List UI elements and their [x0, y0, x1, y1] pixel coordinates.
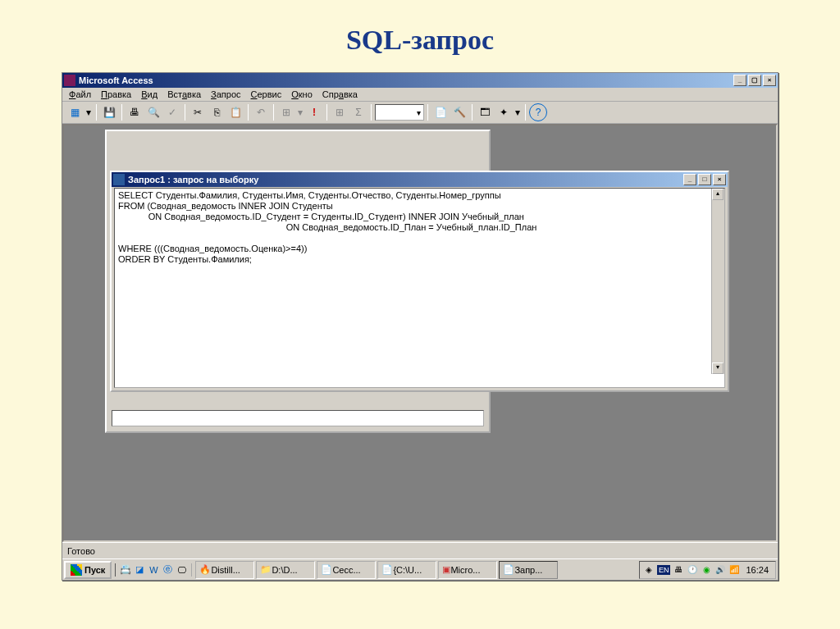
task-buttons: 🔥Distill... 📁D:\D... 📄Сесс... 📄{C:\U... …	[195, 561, 639, 579]
scroll-down-icon[interactable]: ▾	[712, 362, 724, 374]
system-tray: ◈ EN 🖶 🕐 ◉ 🔊 📶 16:24	[639, 561, 776, 579]
copy-button[interactable]: ⎘	[208, 103, 226, 121]
newobj-button[interactable]: ✦	[495, 103, 513, 121]
tray-icon-5[interactable]: 🔊	[714, 564, 726, 576]
ql-icon-1[interactable]: 📇	[119, 563, 132, 577]
task-dd[interactable]: 📁D:\D...	[256, 561, 315, 579]
menu-bar: Файл Правка Вид Вставка Запрос Сервис Ок…	[62, 88, 778, 102]
toolbar: ▦ ▾ 💾 🖶 🔍 ✓ ✂ ⎘ 📋 ↶ ⊞ ▾ ! ⊞ Σ ▾ 📄 🔨 🗔 ✦ …	[62, 102, 778, 124]
undo-button[interactable]: ↶	[252, 103, 270, 121]
restore-button[interactable]: ▢	[748, 75, 761, 86]
menu-insert[interactable]: Вставка	[167, 89, 201, 99]
status-bar: Готово	[62, 542, 778, 558]
menu-file[interactable]: Файл	[69, 89, 91, 99]
totals-button[interactable]: Σ	[349, 103, 368, 121]
menu-query[interactable]: Запрос	[211, 89, 240, 99]
access-window: Microsoft Access _ ▢ × Файл Правка Вид В…	[62, 72, 778, 581]
menu-window[interactable]: Окно	[291, 89, 313, 99]
print-button[interactable]: 🖶	[126, 103, 144, 121]
query-icon	[113, 174, 125, 185]
task-cu[interactable]: 📄{C:\U...	[377, 561, 436, 579]
sql-maximize-button[interactable]: □	[698, 174, 711, 185]
run-button[interactable]: !	[305, 103, 323, 121]
tray-icon-1[interactable]: ◈	[643, 564, 655, 576]
slide-title: SQL-запрос	[0, 0, 840, 72]
app-title-bar[interactable]: Microsoft Access _ ▢ ×	[62, 73, 778, 88]
background-panel	[112, 410, 484, 426]
dbwindow-button[interactable]: 🗔	[476, 103, 494, 121]
sql-minimize-button[interactable]: _	[683, 174, 696, 185]
menu-view[interactable]: Вид	[141, 89, 158, 99]
topvalues-combo[interactable]: ▾	[375, 104, 424, 121]
showtable-button[interactable]: ⊞	[331, 103, 349, 121]
vertical-scrollbar[interactable]: ▴ ▾	[711, 189, 724, 374]
sql-window-title-bar[interactable]: Запрос1 : запрос на выборку _ □ ×	[112, 172, 728, 187]
start-button[interactable]: Пуск	[64, 561, 112, 579]
properties-button[interactable]: 📄	[431, 103, 450, 121]
ql-icon-desktop[interactable]: 🖵	[175, 563, 188, 577]
querytype-dd[interactable]: ▾	[296, 103, 304, 121]
tray-icon-6[interactable]: 📶	[728, 564, 740, 576]
menu-tools[interactable]: Сервис	[251, 89, 282, 99]
menu-help[interactable]: Справка	[322, 89, 358, 99]
tray-icon-4[interactable]: ◉	[701, 564, 712, 576]
save-button[interactable]: 💾	[100, 103, 118, 121]
cut-button[interactable]: ✂	[189, 103, 207, 121]
dropdown-view[interactable]: ▾	[84, 103, 93, 121]
windows-logo-icon	[71, 564, 82, 576]
tray-icon-3[interactable]: 🕐	[687, 564, 698, 576]
build-button[interactable]: 🔨	[450, 103, 468, 121]
ql-icon-ie[interactable]: ⓔ	[161, 563, 174, 577]
taskbar: Пуск 📇 ◪ W ⓔ 🖵 🔥Distill... 📁D:\D... 📄Сес…	[62, 558, 778, 580]
sql-close-button[interactable]: ×	[713, 174, 726, 185]
paste-button[interactable]: 📋	[226, 103, 244, 121]
task-micro[interactable]: ▣Micro...	[438, 561, 497, 579]
newobj-dd[interactable]: ▾	[514, 103, 522, 121]
task-sess[interactable]: 📄Сесс...	[317, 561, 376, 579]
ql-icon-3[interactable]: W	[147, 563, 160, 577]
access-app-icon	[64, 75, 75, 86]
ql-icon-2[interactable]: ◪	[133, 563, 146, 577]
task-zapr-active[interactable]: 📄Запр...	[499, 561, 558, 579]
app-title: Microsoft Access	[79, 75, 733, 85]
sql-text[interactable]: SELECT Студенты.Фамилия, Студенты.Имя, С…	[115, 189, 724, 267]
status-text: Готово	[67, 546, 95, 556]
tray-icon-2[interactable]: 🖶	[673, 564, 684, 576]
minimize-button[interactable]: _	[733, 75, 746, 86]
sql-editor[interactable]: SELECT Студенты.Фамилия, Студенты.Имя, С…	[114, 188, 725, 388]
view-button[interactable]: ▦	[66, 103, 84, 121]
scroll-up-icon[interactable]: ▴	[712, 189, 724, 200]
start-label: Пуск	[84, 565, 105, 575]
preview-button[interactable]: 🔍	[144, 103, 162, 121]
help-button[interactable]: ?	[529, 103, 547, 121]
spelling-button[interactable]: ✓	[163, 103, 181, 121]
sql-window-title: Запрос1 : запрос на выборку	[128, 175, 683, 185]
querytype-button[interactable]: ⊞	[277, 103, 295, 121]
clock[interactable]: 16:24	[742, 565, 772, 575]
menu-edit[interactable]: Правка	[101, 89, 131, 99]
quick-launch: 📇 ◪ W ⓔ 🖵	[115, 563, 192, 577]
language-indicator[interactable]: EN	[657, 565, 671, 575]
task-distill[interactable]: 🔥Distill...	[195, 561, 254, 579]
sql-query-window[interactable]: Запрос1 : запрос на выборку _ □ × SELECT…	[110, 171, 729, 392]
close-button[interactable]: ×	[763, 75, 776, 86]
mdi-client-area: Запрос1 : запрос на выборку _ □ × SELECT…	[62, 124, 778, 542]
